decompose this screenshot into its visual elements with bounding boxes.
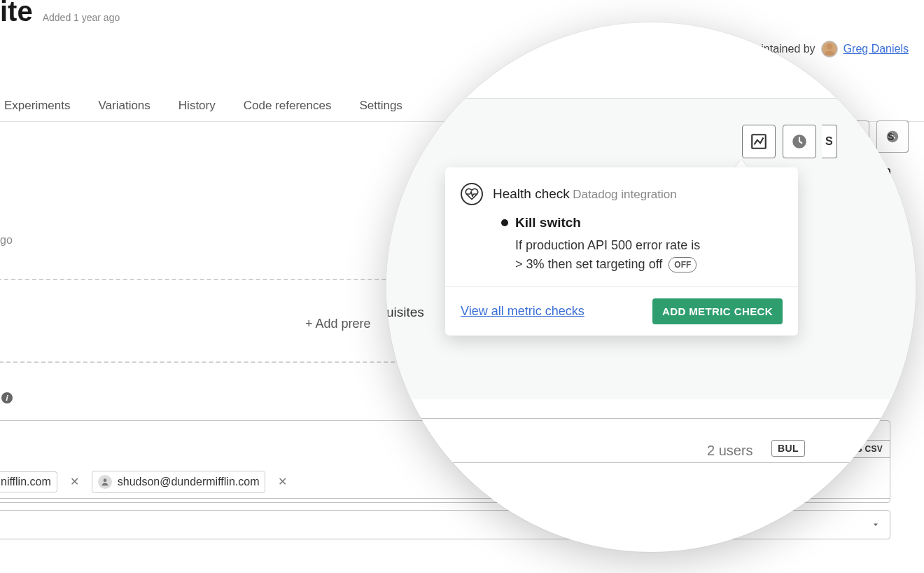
view-all-metric-checks-link[interactable]: View all metric checks: [461, 304, 584, 319]
kill-switch-label: Kill switch: [515, 215, 581, 230]
users-panel-border: [386, 418, 916, 463]
go-fragment: go: [0, 234, 13, 247]
health-check-title: Health check: [493, 186, 570, 201]
user-chip-email: shudson@dundermifflin.com: [118, 476, 260, 488]
tab-history[interactable]: History: [178, 99, 216, 113]
user-icon: [98, 475, 112, 489]
info-icon[interactable]: i: [1, 392, 13, 403]
save-button-fragment[interactable]: S: [822, 125, 837, 158]
user-chip[interactable]: shudson@dundermifflin.com: [92, 471, 266, 493]
tab-experiments[interactable]: Experiments: [4, 99, 70, 113]
page-title-fragment: ite: [0, 0, 33, 27]
svg-marker-5: [874, 524, 878, 527]
users-count: 2 users: [707, 443, 753, 459]
kill-switch-condition: If production API 500 error rate is > 3%…: [515, 236, 783, 274]
tab-settings[interactable]: Settings: [359, 99, 402, 113]
svg-point-0: [827, 43, 832, 49]
save-button-fragment[interactable]: S: [883, 120, 909, 153]
chip-remove-icon[interactable]: ✕: [275, 475, 290, 488]
clock-icon-button[interactable]: [783, 125, 816, 158]
magnified-view: S uisites Health check Datadog integrati…: [386, 22, 916, 552]
chip-remove-icon[interactable]: ✕: [67, 475, 82, 488]
svg-point-4: [103, 478, 106, 482]
user-chip-email-fragment: nifflin.com: [1, 476, 51, 488]
avatar: [821, 41, 838, 57]
health-check-subtitle: Datadog integration: [573, 188, 676, 201]
add-metric-check-button[interactable]: ADD METRIC CHECK: [652, 298, 783, 324]
off-pill: OFF: [668, 257, 696, 272]
prerequisites-word-fragment: uisites: [386, 305, 424, 320]
user-chip[interactable]: nifflin.com: [0, 471, 57, 492]
bullet-icon: [501, 219, 508, 226]
health-check-popover: Health check Datadog integration Kill sw…: [445, 167, 798, 336]
heartbeat-icon: [461, 183, 483, 205]
tab-code-references[interactable]: Code references: [244, 99, 332, 113]
chart-icon-button[interactable]: [742, 125, 776, 158]
maintainer-link[interactable]: Greg Daniels: [844, 43, 909, 55]
add-prerequisites-button[interactable]: + Add prere: [305, 317, 371, 331]
bulk-button-fragment[interactable]: BUL: [771, 440, 805, 457]
added-text: Added 1 year ago: [43, 12, 120, 23]
tab-variations[interactable]: Variations: [98, 99, 150, 113]
